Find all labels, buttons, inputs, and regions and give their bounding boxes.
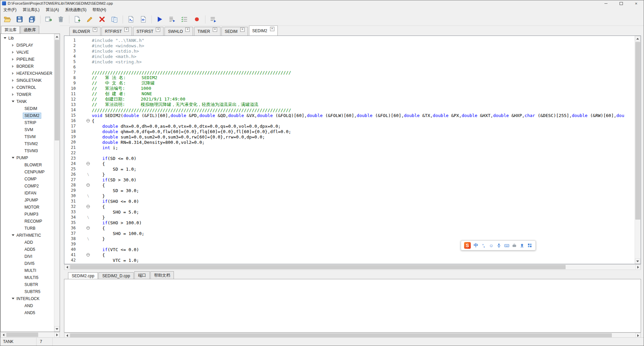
editor-vertical-scrollbar[interactable] bbox=[635, 36, 641, 264]
tree-item-display[interactable]: DISPLAY bbox=[1, 42, 54, 49]
output-panel[interactable] bbox=[64, 279, 641, 333]
tree-item-recomp[interactable]: RECOMP bbox=[1, 218, 54, 225]
tree-item-sedim2[interactable]: SEDIM2 bbox=[1, 112, 54, 119]
tree-collapsed-icon[interactable] bbox=[11, 72, 15, 75]
scrollbar-thumb[interactable] bbox=[70, 265, 566, 269]
save-all-button[interactable] bbox=[26, 14, 37, 24]
tree-item-comp[interactable]: COMP bbox=[1, 175, 54, 182]
tree-item-singletank[interactable]: SINGLETANK bbox=[1, 77, 54, 84]
record-button[interactable] bbox=[191, 14, 202, 24]
save-button[interactable] bbox=[14, 14, 25, 24]
tree-item-add[interactable]: ADD bbox=[1, 239, 54, 246]
tree-item-tank[interactable]: TANK bbox=[1, 98, 54, 105]
punctuation-icon[interactable]: ’, bbox=[481, 242, 486, 248]
doc-tab-swhlo[interactable]: SWHLO× bbox=[165, 27, 193, 36]
fold-open-icon[interactable] bbox=[86, 205, 90, 208]
tree-item-motor[interactable]: MOTOR bbox=[1, 204, 54, 211]
tab-close-icon[interactable]: × bbox=[240, 27, 245, 32]
menu-item[interactable]: 帮助(H) bbox=[89, 6, 109, 13]
doc-tab-sedim[interactable]: SEDIM× bbox=[221, 27, 248, 36]
tree-item-turb[interactable]: TURB bbox=[1, 225, 54, 232]
tree-item-and[interactable]: AND bbox=[1, 302, 54, 309]
mic-icon[interactable] bbox=[496, 242, 502, 248]
output-button[interactable] bbox=[208, 14, 218, 24]
menu-item[interactable]: 文件(F) bbox=[0, 6, 19, 13]
tree-item-sedim[interactable]: SEDIM bbox=[1, 105, 54, 112]
tree-collapsed-icon[interactable] bbox=[11, 58, 15, 61]
tree-expanded-icon[interactable] bbox=[3, 37, 7, 39]
tree-item-strip[interactable]: STRIP bbox=[1, 119, 54, 126]
chinese-mode-icon[interactable]: 中 bbox=[473, 242, 478, 248]
tree-item-svm[interactable]: SVM bbox=[1, 126, 54, 133]
tree-item-tsvm2[interactable]: TSVM2 bbox=[1, 140, 54, 147]
tree-expanded-icon[interactable] bbox=[11, 157, 15, 159]
doc-tab-sedim2[interactable]: SEDIM2× bbox=[249, 25, 278, 36]
scroll-right-icon[interactable] bbox=[54, 332, 60, 338]
minimize-button[interactable] bbox=[598, 0, 614, 6]
tree-item-tsvm3[interactable]: TSVM3 bbox=[1, 147, 54, 154]
fold-open-icon[interactable] bbox=[86, 119, 90, 122]
sidebar-tab-0[interactable]: 算法库 bbox=[1, 26, 20, 34]
tab-close-icon[interactable]: × bbox=[213, 27, 217, 32]
tree-item-tsvm[interactable]: TSVM bbox=[1, 133, 54, 140]
tab-close-icon[interactable]: × bbox=[124, 27, 129, 32]
scroll-up-icon[interactable] bbox=[635, 36, 640, 41]
doc-tab-rtfirst[interactable]: RTFIRST× bbox=[102, 27, 132, 36]
library-button[interactable] bbox=[109, 14, 120, 24]
scrollbar-thumb[interactable] bbox=[55, 40, 59, 140]
doc-tab-blower[interactable]: BLOWER× bbox=[69, 27, 101, 36]
tab-close-icon[interactable]: × bbox=[93, 27, 97, 32]
tree-item-multi[interactable]: MULTI bbox=[1, 267, 54, 274]
tree-collapsed-icon[interactable] bbox=[11, 51, 15, 54]
step-list-button[interactable] bbox=[167, 14, 177, 24]
tree-item-lib[interactable]: Lib bbox=[1, 35, 54, 42]
emoji-icon[interactable]: ☺ bbox=[489, 242, 494, 248]
tree-item-blower[interactable]: BLOWER bbox=[1, 161, 54, 168]
skin-icon[interactable] bbox=[519, 242, 525, 248]
scrollbar-thumb[interactable] bbox=[635, 42, 640, 220]
tree-item-add5[interactable]: ADD5 bbox=[1, 246, 54, 253]
view-tab-0[interactable]: SEDIM2.cpp bbox=[68, 272, 98, 279]
sidebar-tab-1[interactable]: 函数库 bbox=[20, 26, 39, 34]
tree-collapsed-icon[interactable] bbox=[11, 44, 15, 47]
fold-end-icon[interactable]: \ bbox=[86, 216, 90, 219]
edit-button[interactable] bbox=[84, 14, 95, 24]
fold-end-icon[interactable]: \ bbox=[86, 194, 90, 198]
scroll-left-icon[interactable] bbox=[1, 332, 6, 338]
scroll-up-icon[interactable] bbox=[54, 34, 60, 39]
tab-close-icon[interactable]: × bbox=[270, 27, 274, 31]
sogou-logo-icon[interactable]: S bbox=[464, 242, 471, 249]
view-tab-3[interactable]: 帮助文档 bbox=[150, 271, 174, 279]
tree-item-pipeline[interactable]: PIPELINE bbox=[1, 56, 54, 63]
delete-button[interactable] bbox=[55, 14, 66, 24]
tab-close-icon[interactable]: × bbox=[156, 27, 160, 32]
tree-expanded-icon[interactable] bbox=[11, 298, 15, 299]
tree-item-valve[interactable]: VALVE bbox=[1, 49, 54, 56]
tree-expanded-icon[interactable] bbox=[11, 234, 15, 236]
doc-tab-stfirst[interactable]: STFIRST× bbox=[133, 27, 164, 36]
tree-item-divi5[interactable]: DIVI5 bbox=[1, 260, 54, 267]
fold-open-icon[interactable] bbox=[86, 226, 90, 230]
tree-item-subtr[interactable]: SUBTR bbox=[1, 281, 54, 288]
editor-horizontal-scrollbar[interactable] bbox=[64, 264, 641, 270]
view-tab-1[interactable]: SEDIM2_D.cpp bbox=[99, 272, 134, 279]
code-editor[interactable]: 1#include "..\TANK.h"2#include <windows.… bbox=[64, 36, 641, 264]
view-tab-2[interactable]: 端口 bbox=[134, 271, 150, 279]
scroll-right-icon[interactable] bbox=[635, 265, 641, 270]
tree-item-jpump[interactable]: JPUMP bbox=[1, 196, 54, 204]
compile-button[interactable] bbox=[125, 14, 136, 24]
keyboard-icon[interactable] bbox=[504, 242, 509, 248]
maximize-button[interactable] bbox=[614, 0, 629, 6]
scroll-down-icon[interactable] bbox=[635, 258, 640, 264]
tree-item-control[interactable]: CONTROL bbox=[1, 84, 54, 91]
tree-item-idfan[interactable]: IDFAN bbox=[1, 189, 54, 196]
tree-item-tower[interactable]: TOWER bbox=[1, 91, 54, 98]
tree-collapsed-icon[interactable] bbox=[11, 79, 15, 82]
run-button[interactable] bbox=[154, 14, 165, 24]
tree-item-heatexchanger[interactable]: HEATEXCHANGER bbox=[1, 70, 54, 77]
tab-close-icon[interactable]: × bbox=[185, 27, 190, 32]
fold-open-icon[interactable] bbox=[86, 162, 90, 165]
tree-item-arithmetic[interactable]: ARITHMETIC bbox=[1, 232, 54, 239]
tree-item-and5[interactable]: AND5 bbox=[1, 309, 54, 316]
toolbox-icon[interactable] bbox=[512, 242, 517, 248]
